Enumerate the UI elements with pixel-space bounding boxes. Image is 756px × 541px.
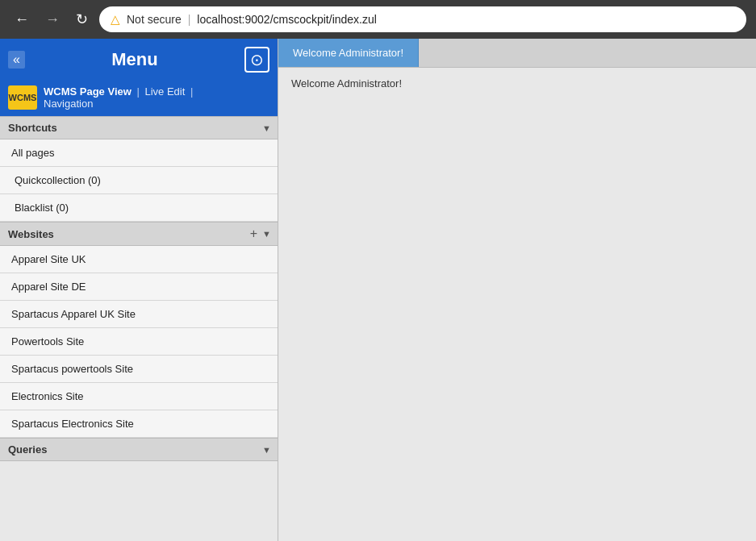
menu-title: Menu: [111, 49, 157, 70]
wcms-text: WCMS Page View | Live Edit | Navigation: [44, 85, 195, 110]
queries-section-header: Queries ▼: [0, 438, 278, 461]
wcms-section: WCMS WCMS Page View | Live Edit | Naviga…: [0, 81, 278, 116]
forward-button[interactable]: →: [40, 8, 65, 31]
apparel-site-de-item[interactable]: Apparel Site DE: [0, 273, 278, 301]
blacklist-item[interactable]: Blacklist (0): [0, 194, 278, 222]
page-layout: « Menu ⊙ WCMS WCMS Page View | Live Edit…: [0, 39, 756, 541]
websites-actions: + ▼: [250, 227, 271, 240]
websites-label: Websites: [8, 228, 54, 240]
websites-section-header: Websites + ▼: [0, 222, 278, 246]
queries-actions: ▼: [262, 445, 271, 455]
collapse-button[interactable]: «: [8, 51, 25, 69]
spartacus-powertools-item[interactable]: Spartacus powertools Site: [0, 356, 278, 383]
main-content: Welcome Administrator! Welcome Administr…: [278, 39, 756, 541]
spartacus-apparel-uk-item[interactable]: Spartacus Apparel UK Site: [0, 301, 278, 328]
not-secure-label: Not secure: [127, 13, 182, 26]
wcms-navigation-label: Navigation: [44, 98, 93, 110]
url-text: localhost:9002/cmscockpit/index.zul: [197, 13, 377, 26]
spartacus-electronics-item[interactable]: Spartacus Electronics Site: [0, 410, 278, 438]
warning-icon: △: [111, 12, 120, 27]
wcms-page-view-label: WCMS Page View: [44, 85, 132, 98]
sidebar-content[interactable]: Shortcuts ▼ All pages Quickcollection (0…: [0, 116, 278, 541]
welcome-message: Welcome Administrator!: [291, 77, 402, 89]
content-area: Welcome Administrator!: [278, 68, 756, 541]
wcms-divider2: |: [190, 85, 193, 98]
shortcuts-actions: ▼: [262, 123, 271, 133]
sidebar: « Menu ⊙ WCMS WCMS Page View | Live Edit…: [0, 39, 278, 541]
all-pages-item[interactable]: All pages: [0, 139, 278, 167]
shortcuts-section-header: Shortcuts ▼: [0, 116, 278, 139]
powertools-site-item[interactable]: Powertools Site: [0, 328, 278, 356]
wcms-live-edit-label: Live Edit: [144, 85, 185, 98]
wcms-icon: WCMS: [8, 85, 37, 110]
welcome-tab[interactable]: Welcome Administrator!: [278, 39, 419, 67]
shortcuts-label: Shortcuts: [8, 122, 57, 134]
shortcuts-arrow-icon[interactable]: ▼: [262, 123, 271, 133]
url-separator: |: [188, 13, 191, 26]
menu-icon: ⊙: [244, 47, 269, 73]
queries-arrow-icon[interactable]: ▼: [262, 445, 271, 455]
websites-arrow-icon[interactable]: ▼: [262, 229, 271, 239]
wcms-divider1: |: [136, 85, 139, 98]
electronics-site-item[interactable]: Electronics Site: [0, 383, 278, 410]
menu-header: « Menu ⊙: [0, 39, 278, 81]
address-bar[interactable]: △ Not secure | localhost:9002/cmscockpit…: [99, 6, 746, 32]
quickcollection-item[interactable]: Quickcollection (0): [0, 167, 278, 194]
websites-add-icon[interactable]: +: [250, 227, 257, 240]
back-button[interactable]: ←: [10, 8, 34, 31]
reload-button[interactable]: ↻: [71, 7, 93, 31]
apparel-site-uk-item[interactable]: Apparel Site UK: [0, 246, 278, 273]
queries-label: Queries: [8, 443, 47, 456]
browser-chrome: ← → ↻ △ Not secure | localhost:9002/cmsc…: [0, 0, 756, 39]
tab-bar: Welcome Administrator!: [278, 39, 756, 68]
